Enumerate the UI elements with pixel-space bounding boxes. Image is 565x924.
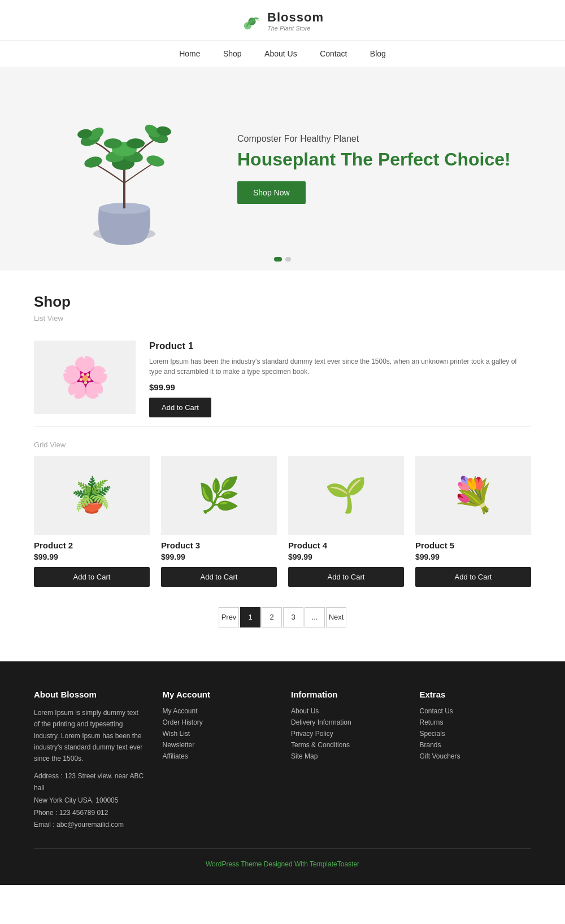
hero-content: Composter For Healthy Planet Houseplant …: [215, 134, 531, 204]
grid-product-2-add-to-cart[interactable]: Add to Cart: [34, 567, 150, 587]
main-nav: Home Shop About Us Contact Blog: [0, 41, 565, 67]
nav-about[interactable]: About Us: [264, 49, 297, 58]
footer-link-about-us[interactable]: About Us: [291, 707, 403, 715]
logo[interactable]: Blossom The Plant Store: [241, 10, 324, 33]
grid-product-2-name: Product 2: [34, 541, 150, 550]
nav-home[interactable]: Home: [179, 49, 200, 58]
footer-link-returns[interactable]: Returns: [420, 718, 532, 726]
footer-link-privacy-policy[interactable]: Privacy Policy: [291, 730, 403, 738]
footer-link-contact-us[interactable]: Contact Us: [420, 707, 532, 715]
grid-product-2-price: $99.99: [34, 552, 150, 561]
grid-product-5: 💐 Product 5 $99.99 Add to Cart: [415, 456, 531, 587]
shop-section: Shop List View 🌸 Product 1 Lorem Ipsum h…: [0, 271, 565, 661]
dot-inactive: [285, 257, 291, 261]
grid-product-5-name: Product 5: [415, 541, 531, 550]
footer-my-account: My Account My Account Order History Wish…: [163, 690, 275, 831]
grid-product-4-image: 🌱: [288, 456, 404, 535]
footer-bottom: WordPress Theme Designed With TemplateTo…: [34, 848, 531, 868]
pagination-ellipsis: ...: [305, 607, 325, 627]
grid-product-5-price: $99.99: [415, 552, 531, 561]
hero-image: [34, 84, 215, 254]
grid-view-label: Grid View: [34, 441, 531, 449]
grid-product-5-add-to-cart[interactable]: Add to Cart: [415, 567, 531, 587]
footer-phone: Phone : 123 456789 012: [34, 807, 146, 820]
footer-wp-theme: WordPress Theme: [206, 860, 262, 868]
grid-product-2-image: 🪴: [34, 456, 150, 535]
footer-link-order-history[interactable]: Order History: [163, 718, 275, 726]
pagination-next[interactable]: Next: [326, 607, 346, 627]
footer-link-delivery-information[interactable]: Delivery Information: [291, 718, 403, 726]
footer-grid: About Blossom Lorem Ipsum is simply dumm…: [34, 690, 531, 831]
footer-link-terms-conditions[interactable]: Terms & Conditions: [291, 741, 403, 749]
logo-tagline: The Plant Store: [267, 25, 324, 32]
list-product-info: Product 1 Lorem Ipsum has been the indus…: [149, 341, 531, 417]
list-product-image: 🌸: [34, 341, 136, 414]
grid-product-3: 🌿 Product 3 $99.99 Add to Cart: [161, 456, 277, 587]
nav-contact[interactable]: Contact: [320, 49, 347, 58]
dot-active: [274, 257, 282, 261]
grid-product-3-price: $99.99: [161, 552, 277, 561]
hero-plant-svg: [62, 95, 186, 254]
logo-name: Blossom: [267, 10, 324, 25]
footer-suffix: Designed With TemplateToaster: [264, 860, 359, 868]
nav-shop[interactable]: Shop: [223, 49, 242, 58]
footer-about-body: Lorem Ipsum is simply dummy text of the …: [34, 707, 146, 765]
list-add-to-cart-button[interactable]: Add to Cart: [149, 398, 211, 417]
grid-product-4-price: $99.99: [288, 552, 404, 561]
hero-dots: [274, 257, 291, 261]
footer-link-my-account[interactable]: My Account: [163, 707, 275, 715]
footer-link-newsletter[interactable]: Newsletter: [163, 741, 275, 749]
footer-information-title: Information: [291, 690, 403, 699]
grid-product-3-name: Product 3: [161, 541, 277, 550]
product-grid: 🪴 Product 2 $99.99 Add to Cart 🌿 Product…: [34, 456, 531, 587]
shop-title: Shop: [34, 293, 531, 311]
footer-about: About Blossom Lorem Ipsum is simply dumm…: [34, 690, 146, 831]
footer-extras: Extras Contact Us Returns Specials Brand…: [420, 690, 532, 831]
list-product-desc: Lorem Ipsum has been the industry's stan…: [149, 356, 531, 377]
footer-link-site-map[interactable]: Site Map: [291, 752, 403, 760]
footer-extras-title: Extras: [420, 690, 532, 699]
footer-about-title: About Blossom: [34, 690, 146, 699]
nav-blog[interactable]: Blog: [370, 49, 386, 58]
footer-link-specials[interactable]: Specials: [420, 730, 532, 738]
site-footer: About Blossom Lorem Ipsum is simply dumm…: [0, 661, 565, 885]
svg-point-18: [127, 138, 145, 149]
shop-now-button[interactable]: Shop Now: [237, 181, 306, 204]
hero-section: Composter For Healthy Planet Houseplant …: [0, 67, 565, 271]
footer-link-wish-list[interactable]: Wish List: [163, 730, 275, 738]
pagination-page-1[interactable]: 1: [240, 607, 260, 627]
pagination-prev[interactable]: Prev: [219, 607, 239, 627]
footer-my-account-title: My Account: [163, 690, 275, 699]
footer-link-gift-vouchers[interactable]: Gift Vouchers: [420, 752, 532, 760]
footer-link-brands[interactable]: Brands: [420, 741, 532, 749]
site-header: Blossom The Plant Store Home Shop About …: [0, 0, 565, 67]
footer-address-line: Address : 123 Street view. near ABC hall…: [34, 770, 146, 807]
svg-point-17: [104, 138, 122, 149]
grid-product-5-image: 💐: [415, 456, 531, 535]
footer-email: Email : abc@youremailid.com: [34, 819, 146, 831]
hero-title: Houseplant The Perfect Choice!: [237, 149, 531, 170]
grid-product-3-add-to-cart[interactable]: Add to Cart: [161, 567, 277, 587]
grid-product-4-name: Product 4: [288, 541, 404, 550]
hero-subtitle: Composter For Healthy Planet: [237, 134, 531, 144]
list-product-price: $99.99: [149, 382, 531, 392]
list-product-row: 🌸 Product 1 Lorem Ipsum has been the ind…: [34, 332, 531, 427]
pagination-page-2[interactable]: 2: [262, 607, 282, 627]
pagination: Prev 1 2 3 ... Next: [34, 607, 531, 627]
grid-product-2: 🪴 Product 2 $99.99 Add to Cart: [34, 456, 150, 587]
grid-product-4: 🌱 Product 4 $99.99 Add to Cart: [288, 456, 404, 587]
list-view-label: List View: [34, 314, 531, 322]
footer-link-affiliates[interactable]: Affiliates: [163, 752, 275, 760]
list-product-name: Product 1: [149, 341, 531, 352]
pagination-page-3[interactable]: 3: [283, 607, 303, 627]
logo-icon: [241, 11, 263, 32]
footer-address: Address : 123 Street view. near ABC hall…: [34, 770, 146, 831]
grid-product-4-add-to-cart[interactable]: Add to Cart: [288, 567, 404, 587]
grid-product-3-image: 🌿: [161, 456, 277, 535]
footer-information: Information About Us Delivery Informatio…: [291, 690, 403, 831]
